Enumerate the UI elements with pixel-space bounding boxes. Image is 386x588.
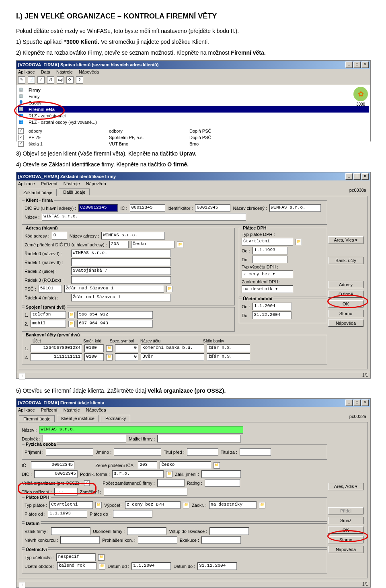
bank-smer-input[interactable]: 0100 [84, 344, 104, 352]
ok-button[interactable]: OK [328, 300, 363, 307]
close-button[interactable]: × [361, 173, 369, 180]
storno-button[interactable]: Storno [328, 310, 363, 317]
bank-sidlo-input[interactable]: žďár n.S. [207, 353, 250, 361]
kod-adresy-input[interactable]: 0 [52, 232, 67, 240]
ukonceni-input[interactable] [127, 527, 166, 535]
tab-dalsi-udaje[interactable]: Další údaje [59, 188, 90, 195]
close-button[interactable]: × [361, 61, 369, 68]
storno-button[interactable]: Storno [328, 536, 363, 543]
toolbar-icon[interactable]: 📄 [28, 76, 35, 84]
toolbar-icon[interactable]: sql [57, 76, 64, 84]
spoj2-val-input[interactable]: 607 964 943 [77, 320, 153, 328]
dropdown-item-firmy2[interactable]: 🏢Firmy [18, 93, 369, 100]
browse-icon[interactable]: 📁 [183, 502, 189, 508]
radek2-input[interactable]: Svatojánská 7 [71, 267, 171, 275]
menu-item[interactable]: Pořízení [41, 181, 57, 186]
konkurz-navrh-input[interactable] [60, 536, 100, 544]
ic-input[interactable]: 00012345 [130, 204, 165, 212]
browse-icon[interactable]: 📁 [95, 502, 102, 508]
spoj1-val-input[interactable]: 566 654 932 [77, 311, 153, 319]
radek0-input[interactable]: WINFAS s.r.o. [71, 250, 171, 257]
exekuce-input[interactable] [201, 536, 241, 544]
close-button[interactable]: × [361, 400, 369, 406]
tab-zakladni-udaje[interactable]: Základní údaje [19, 189, 57, 196]
nazev-input[interactable]: WINFAS s.r.o. [39, 426, 243, 434]
browse-icon[interactable]: 📁 [106, 354, 113, 361]
toolbar-icon[interactable]: ✎ [18, 76, 25, 84]
browse-icon[interactable]: 📁 [68, 312, 75, 318]
menu-item[interactable]: Aplikace [18, 70, 35, 74]
browse-icon[interactable]: 📁 [166, 286, 173, 292]
toolbar-icon[interactable]: 🖨 [47, 76, 54, 84]
browse-icon[interactable]: 📁 [166, 471, 172, 477]
bank-spec-input[interactable]: 0 [115, 344, 138, 352]
browse-icon[interactable]: 📁 [296, 239, 302, 245]
dropdown-item-rlz-ost[interactable]: 👥RLZ - ostatní osoby (vyživované...) [18, 119, 369, 125]
psc-mesto-input[interactable]: Žďár nad Sázavou 1 [64, 285, 164, 293]
datum-do-input[interactable]: 31.12.2004 [197, 562, 237, 570]
prijmeni-input[interactable] [46, 448, 93, 456]
nazevz-input[interactable]: WINFAS s.r.o. [269, 204, 321, 212]
datum-od-input[interactable]: 1.1.2004 [131, 562, 171, 570]
minimize-button[interactable]: _ [345, 400, 353, 406]
browse-icon[interactable]: 📁 [106, 345, 113, 352]
table-row[interactable]: ✓škola 1VUT BrnoBrno [18, 141, 369, 147]
table-row[interactable]: ✓odboryodboryDoplň PSČ [18, 128, 369, 134]
titul-za-input[interactable] [240, 448, 271, 456]
pocet-zam-input[interactable] [157, 479, 185, 487]
spoj1-typ-input[interactable]: telefon [31, 311, 66, 319]
browse-icon[interactable]: 📁 [259, 502, 265, 508]
bank-nazev-input[interactable]: Úvěr [141, 353, 204, 361]
dropdown-item-firemni-veta[interactable]: 🏢Firemní věta [18, 106, 369, 113]
toolbar-icon[interactable]: ⟳ [66, 76, 74, 84]
typ-ucet-input[interactable]: nespecif [56, 553, 96, 561]
zaokrouhleni-select[interactable]: na desetník ▾ [242, 285, 293, 293]
typ-vypoctu-select[interactable]: z ceny bez ▾ [242, 270, 293, 278]
tab-firemni-udaje[interactable]: Firemní údaje [19, 415, 55, 422]
o-firme-button[interactable]: O firmě [328, 291, 363, 298]
ic-input[interactable]: 00012345 [31, 461, 74, 469]
od-input[interactable]: 1.1.1993 [253, 247, 288, 254]
uco-do-input[interactable]: 31.12.2004 [252, 311, 292, 319]
minimize-button[interactable]: _ [345, 61, 353, 68]
do-input[interactable] [252, 256, 287, 263]
toolbar-icon[interactable]: ? [76, 76, 83, 84]
menu-item[interactable]: Nápověda [86, 408, 106, 412]
minimize-button[interactable]: _ [345, 173, 353, 180]
dic-input[interactable]: CZ00012345 [78, 204, 118, 212]
table-row[interactable]: ✓PF-79Spořitelní PF, a.s.Doplň PSČ [18, 134, 369, 141]
bank-smer-input[interactable]: 0100 [84, 353, 104, 361]
maximize-button[interactable]: □ [353, 61, 361, 68]
pridej-button[interactable]: Přidej [328, 507, 363, 514]
nazev-adresy-input[interactable]: WINFAS s.r.o. [101, 232, 165, 240]
rating-input[interactable] [205, 479, 240, 487]
menu-item[interactable]: Nástroje [64, 408, 80, 412]
menu-item[interactable]: Aplikace [18, 181, 35, 186]
maximize-button[interactable]: □ [353, 173, 361, 180]
browse-icon[interactable]: 📁 [214, 462, 220, 469]
vypocet-input[interactable]: z ceny bez DPH [125, 501, 181, 509]
bank-nazev-input[interactable]: Komerční banka b.ú. [141, 344, 204, 352]
radek3-input[interactable] [71, 276, 171, 284]
adresy-button[interactable]: Adresy [328, 281, 363, 288]
smaz-button[interactable]: Smaž [328, 517, 363, 524]
menu-item[interactable]: Aplikace [18, 408, 35, 412]
typ-platce-input[interactable]: Čtvrtletní [242, 238, 293, 246]
likvidace-input[interactable] [209, 527, 249, 535]
bank-ucty-button[interactable]: Bank. účty [328, 257, 363, 264]
uco-od-input[interactable]: 1.1.2004 [253, 303, 292, 310]
menu-item[interactable]: Nápověda [86, 181, 106, 186]
zeme-input[interactable]: Česko [131, 241, 175, 248]
menu-item[interactable]: Nástroje [64, 181, 80, 186]
menu-item[interactable]: Pořízení [41, 408, 57, 412]
radek1-input[interactable] [71, 258, 171, 266]
dic-input[interactable]: 00012345 [34, 470, 78, 478]
toolbar-icon[interactable]: ✓ [37, 76, 45, 84]
podnik-forma-input[interactable]: s.r.o. [112, 470, 164, 478]
zeme-kod-input[interactable]: 203 [138, 461, 157, 469]
napoveda-button[interactable]: Nápověda [328, 546, 363, 553]
zakl-jmeni-input[interactable] [201, 470, 241, 478]
bank-ucet-input[interactable]: 1111111111 [31, 353, 82, 361]
tab-poznamky[interactable]: Poznámky [101, 415, 130, 422]
platce-do-input[interactable] [113, 510, 152, 518]
